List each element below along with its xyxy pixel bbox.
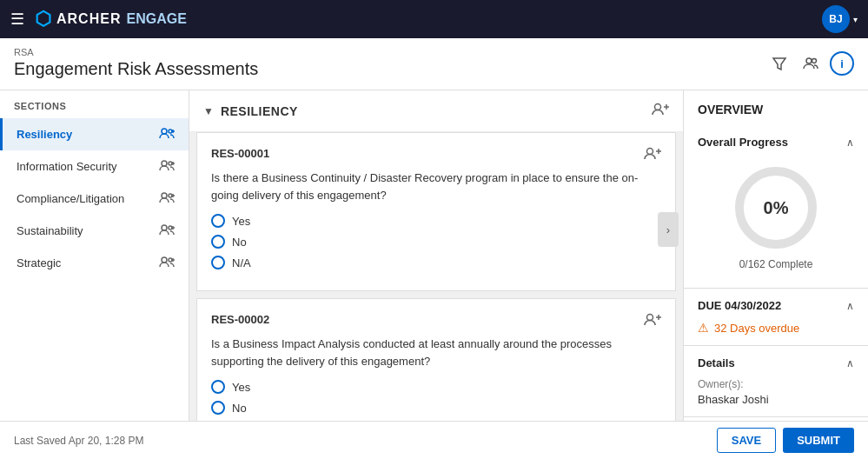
progress-complete-label: 0/162 Complete xyxy=(739,258,813,270)
overdue-badge: ⚠ 32 Days overdue xyxy=(698,321,854,335)
sidebar-item-label-compliance-litigation: Compliance/Litigation xyxy=(17,192,124,205)
logo-text: ARCHER xyxy=(56,11,121,27)
radio-label-yes: Yes xyxy=(232,381,250,394)
sidebar-item-label-information-security: Information Security xyxy=(17,160,117,173)
avatar-chevron-icon[interactable]: ▾ xyxy=(853,15,858,24)
radio-circle xyxy=(211,235,225,249)
question-2-add-icon[interactable] xyxy=(644,313,661,329)
right-panel: OVERVIEW Overall Progress ∧ 0% 0/162 Com… xyxy=(683,90,868,421)
logo-engage-text: ENGAGE xyxy=(126,11,186,27)
sidebar: SECTIONS Resiliency Information Security xyxy=(0,90,189,421)
question-2-option-yes[interactable]: Yes xyxy=(211,380,661,394)
sidebar-item-strategic[interactable]: Strategic xyxy=(0,247,189,279)
content-wrapper: ▼ RESILIENCY RES-00001 xyxy=(189,90,683,421)
progress-circle-container: 0% 0/162 Complete xyxy=(698,157,854,277)
progress-percent: 0% xyxy=(764,198,789,218)
app-logo: ⬡ ARCHER ENGAGE xyxy=(35,8,187,30)
details-collapse-icon[interactable]: ∧ xyxy=(846,357,854,369)
filter-icon[interactable] xyxy=(767,51,792,76)
questions-area: RES-00001 Is there a Business Continuity… xyxy=(189,132,683,421)
radio-label-no: No xyxy=(232,236,247,249)
sidebar-header: SECTIONS xyxy=(0,90,189,118)
sidebar-item-label-sustainability: Sustainability xyxy=(17,224,83,237)
due-date-collapse-icon[interactable]: ∧ xyxy=(846,300,854,312)
progress-title: Overall Progress xyxy=(698,136,788,149)
question-2-text: Is a Business Impact Analysis conducted … xyxy=(211,336,661,369)
svg-point-29 xyxy=(647,315,653,321)
question-card-2: RES-00002 Is a Business Impact Analysis … xyxy=(196,298,676,421)
save-button[interactable]: SAVE xyxy=(717,428,776,453)
due-date-section-header: DUE 04/30/2022 ∧ xyxy=(698,299,854,312)
sidebar-item-label-resiliency: Resiliency xyxy=(17,128,72,141)
sidebar-item-compliance-litigation[interactable]: Compliance/Litigation xyxy=(0,183,189,215)
radio-label-yes: Yes xyxy=(232,215,250,228)
sidebar-item-information-security[interactable]: Information Security xyxy=(0,150,189,183)
top-navigation: ☰ ⬡ ARCHER ENGAGE BJ ▾ xyxy=(0,0,868,38)
header-actions: i xyxy=(767,51,854,79)
svg-marker-0 xyxy=(773,58,785,70)
footer-actions: SAVE SUBMIT xyxy=(717,428,854,453)
people-icon[interactable] xyxy=(798,51,823,76)
question-2-id: RES-00002 xyxy=(211,313,269,326)
sidebar-item-add-icon-strategic[interactable] xyxy=(159,256,175,270)
question-1-text: Is there a Business Continuity / Disaste… xyxy=(211,170,661,203)
svg-point-2 xyxy=(812,59,817,63)
section-title-row: ▼ RESILIENCY xyxy=(203,104,298,118)
page-header: RSA Engagement Risk Assessments i xyxy=(0,38,868,90)
due-date-section: DUE 04/30/2022 ∧ ⚠ 32 Days overdue xyxy=(684,289,868,346)
progress-collapse-icon[interactable]: ∧ xyxy=(846,136,854,149)
sidebar-item-sustainability[interactable]: Sustainability xyxy=(0,215,189,247)
owner-value: Bhaskar Joshi xyxy=(698,393,854,406)
svg-point-11 xyxy=(162,193,167,198)
radio-label-no: No xyxy=(232,402,247,415)
hamburger-menu-icon[interactable]: ☰ xyxy=(10,10,24,29)
section-header: ▼ RESILIENCY xyxy=(189,90,683,132)
question-1-add-icon[interactable] xyxy=(644,147,661,163)
question-1-option-na[interactable]: N/A xyxy=(211,256,661,269)
scroll-right-button[interactable]: › xyxy=(658,212,679,247)
sidebar-item-add-icon-sustainability[interactable] xyxy=(159,223,175,238)
question-1-option-yes[interactable]: Yes xyxy=(211,214,661,228)
owner-label: Owner(s): xyxy=(698,378,854,390)
section-collapse-icon[interactable]: ▼ xyxy=(203,105,214,117)
details-title: Details xyxy=(698,356,735,369)
svg-point-19 xyxy=(162,257,167,263)
question-1-header: RES-00001 xyxy=(211,147,661,163)
details-section: Details ∧ Owner(s): Bhaskar Joshi xyxy=(684,346,868,417)
svg-point-1 xyxy=(806,58,812,63)
progress-circle: 0% xyxy=(732,164,819,251)
sidebar-item-resiliency[interactable]: Resiliency xyxy=(0,118,189,150)
info-icon[interactable]: i xyxy=(830,51,854,76)
radio-circle xyxy=(211,256,225,269)
sidebar-item-add-icon-compliance-litigation[interactable] xyxy=(159,191,175,206)
overdue-warning-icon: ⚠ xyxy=(698,321,709,335)
due-date-title: DUE 04/30/2022 xyxy=(698,299,781,312)
svg-point-7 xyxy=(162,161,167,166)
radio-label-na: N/A xyxy=(232,256,251,269)
sidebar-item-add-icon-information-security[interactable] xyxy=(159,159,175,174)
overall-progress-section: Overall Progress ∧ 0% 0/162 Complete xyxy=(684,125,868,289)
radio-circle xyxy=(211,380,225,394)
svg-point-3 xyxy=(162,129,167,134)
overview-title: OVERVIEW xyxy=(684,90,868,125)
svg-point-15 xyxy=(162,225,167,230)
avatar[interactable]: BJ xyxy=(822,5,850,33)
section-add-people-icon[interactable] xyxy=(652,103,669,119)
content-area: ▼ RESILIENCY RES-00001 xyxy=(189,90,683,421)
page-title: Engagement Risk Assessments xyxy=(14,59,258,79)
question-2-header: RES-00002 xyxy=(211,313,661,329)
question-1-option-no[interactable]: No xyxy=(211,235,661,249)
last-saved-text: Last Saved Apr 20, 1:28 PM xyxy=(14,435,143,447)
svg-point-26 xyxy=(647,149,653,155)
section-title: RESILIENCY xyxy=(221,104,298,118)
sidebar-item-add-icon-resiliency[interactable] xyxy=(159,127,175,142)
question-2-option-no[interactable]: No xyxy=(211,401,661,415)
progress-section-header: Overall Progress ∧ xyxy=(698,136,854,149)
overdue-text: 32 Days overdue xyxy=(714,322,799,335)
sidebar-item-label-strategic: Strategic xyxy=(17,256,61,269)
submit-button[interactable]: SUBMIT xyxy=(783,428,854,453)
footer: Last Saved Apr 20, 1:28 PM SAVE SUBMIT xyxy=(0,421,868,459)
radio-circle xyxy=(211,401,225,415)
breadcrumb: RSA xyxy=(14,47,258,57)
radio-circle xyxy=(211,214,225,228)
